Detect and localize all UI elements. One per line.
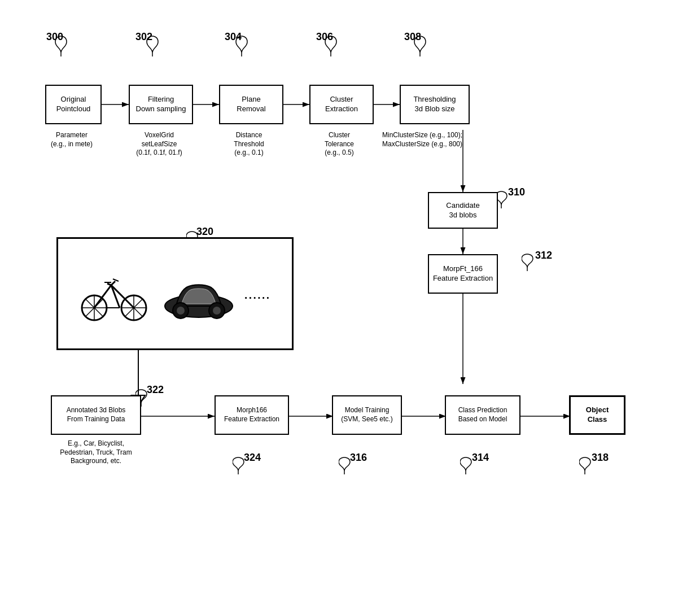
curly-300 bbox=[50, 35, 72, 58]
curly-312 bbox=[522, 253, 544, 273]
curly-304 bbox=[230, 35, 253, 58]
param-304: Distance Threshold (e.g., 0.1) bbox=[215, 131, 283, 158]
car-icon bbox=[159, 265, 238, 322]
svg-line-37 bbox=[111, 281, 115, 285]
diagram: 300 302 304 306 308 Original Pointcloud … bbox=[0, 0, 700, 602]
bicycle-icon bbox=[80, 260, 148, 328]
box-plane-removal: Plane Removal bbox=[219, 85, 283, 124]
box-object-class: Object Class bbox=[569, 395, 625, 435]
curly-308 bbox=[409, 35, 431, 58]
curly-318 bbox=[579, 456, 602, 476]
box-candidate-3d-blobs: Candidate 3d blobs bbox=[428, 192, 498, 229]
svg-line-39 bbox=[107, 283, 111, 285]
svg-line-38 bbox=[113, 279, 119, 281]
svg-point-45 bbox=[213, 307, 221, 315]
curly-324 bbox=[233, 456, 255, 476]
curly-306 bbox=[320, 35, 342, 58]
box-morpft-feature: MorpFt_166 Feature Extraction bbox=[428, 254, 498, 294]
curly-310 bbox=[496, 190, 518, 210]
box-morph166-feature: Morph166 Feature Extraction bbox=[215, 395, 289, 435]
box-filtering-downsampling: Filtering Down sampling bbox=[129, 85, 193, 124]
param-300: Parameter (e.g., in mete) bbox=[41, 131, 103, 149]
box-model-training: Model Training (SVM, See5 etc.) bbox=[332, 395, 402, 435]
curly-302 bbox=[141, 35, 164, 58]
param-308: MinClusterSize (e.g., 100); MaxClusterSi… bbox=[349, 131, 496, 149]
curly-316 bbox=[339, 456, 361, 476]
param-322: E.g., Car, Bicyclist, Pedestrian, Truck,… bbox=[40, 439, 152, 466]
box-original-pointcloud: Original Pointcloud bbox=[45, 85, 102, 124]
box-thresholding-3d: Thresholding 3d Blob size bbox=[400, 85, 470, 124]
param-302: VoxelGrid setLeafSize (0.1f, 0.1f, 01.f) bbox=[123, 131, 195, 158]
box-image-training: ...... bbox=[56, 237, 294, 350]
curly-314 bbox=[460, 456, 483, 476]
box-class-prediction: Class Prediction Based on Model bbox=[445, 395, 520, 435]
box-cluster-extraction: Cluster Extraction bbox=[309, 85, 374, 124]
box-annotated-3d-blobs: Annotated 3d Blobs From Training Data bbox=[51, 395, 141, 435]
svg-point-43 bbox=[177, 307, 185, 315]
